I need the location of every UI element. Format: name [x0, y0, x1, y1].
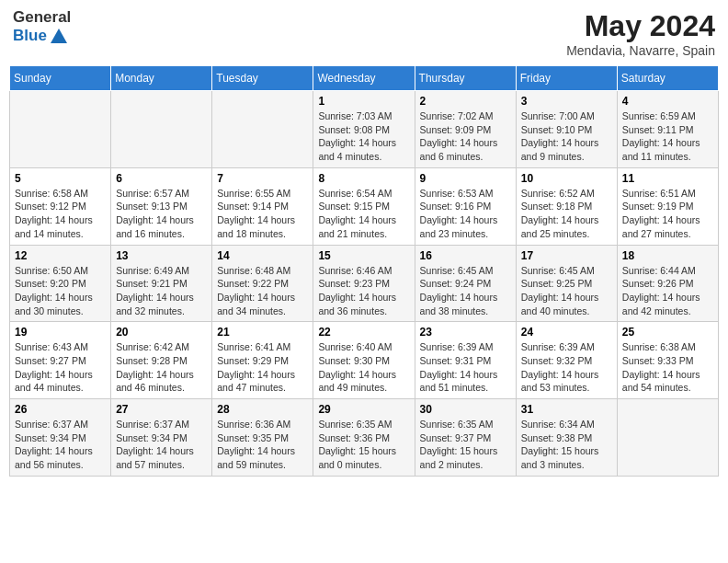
- cell-info: Sunrise: 7:02 AM Sunset: 9:09 PM Dayligh…: [420, 109, 511, 164]
- day-number: 16: [420, 249, 511, 262]
- cell-info: Sunrise: 6:54 AM Sunset: 9:15 PM Dayligh…: [318, 187, 409, 241]
- day-cell-27: 27Sunrise: 6:37 AM Sunset: 9:34 PM Dayli…: [111, 399, 212, 477]
- day-cell-31: 31Sunrise: 6:34 AM Sunset: 9:38 PM Dayli…: [516, 399, 617, 477]
- day-cell-8: 8Sunrise: 6:54 AM Sunset: 9:15 PM Daylig…: [313, 167, 415, 245]
- cell-info: Sunrise: 6:55 AM Sunset: 9:14 PM Dayligh…: [217, 187, 308, 241]
- cell-info: Sunrise: 6:53 AM Sunset: 9:16 PM Dayligh…: [420, 187, 511, 241]
- cell-info: Sunrise: 6:45 AM Sunset: 9:25 PM Dayligh…: [521, 264, 612, 318]
- cell-info: Sunrise: 6:37 AM Sunset: 9:34 PM Dayligh…: [15, 418, 106, 472]
- logo: General Blue: [13, 9, 71, 47]
- day-number: 26: [15, 403, 106, 416]
- logo-icon: [49, 27, 69, 47]
- empty-cell: [617, 399, 718, 477]
- weekday-header-friday: Friday: [516, 66, 617, 91]
- cell-info: Sunrise: 6:39 AM Sunset: 9:32 PM Dayligh…: [521, 340, 612, 395]
- day-cell-22: 22Sunrise: 6:40 AM Sunset: 9:30 PM Dayli…: [313, 322, 415, 399]
- empty-cell: [212, 91, 313, 168]
- cell-info: Sunrise: 6:36 AM Sunset: 9:35 PM Dayligh…: [217, 418, 308, 472]
- week-row-4: 19Sunrise: 6:43 AM Sunset: 9:27 PM Dayli…: [10, 322, 719, 399]
- day-number: 1: [318, 95, 409, 108]
- day-cell-11: 11Sunrise: 6:51 AM Sunset: 9:19 PM Dayli…: [617, 167, 718, 245]
- weekday-header-monday: Monday: [111, 66, 212, 91]
- day-cell-28: 28Sunrise: 6:36 AM Sunset: 9:35 PM Dayli…: [212, 399, 313, 477]
- cell-info: Sunrise: 6:39 AM Sunset: 9:31 PM Dayligh…: [420, 340, 511, 395]
- day-number: 21: [217, 326, 308, 339]
- cell-info: Sunrise: 6:34 AM Sunset: 9:38 PM Dayligh…: [521, 418, 612, 472]
- cell-info: Sunrise: 6:57 AM Sunset: 9:13 PM Dayligh…: [116, 187, 207, 241]
- day-cell-1: 1Sunrise: 7:03 AM Sunset: 9:08 PM Daylig…: [313, 91, 415, 168]
- day-number: 15: [318, 249, 409, 262]
- day-number: 4: [622, 95, 713, 108]
- cell-info: Sunrise: 6:44 AM Sunset: 9:26 PM Dayligh…: [622, 264, 713, 318]
- day-number: 31: [521, 403, 612, 416]
- cell-info: Sunrise: 6:48 AM Sunset: 9:22 PM Dayligh…: [217, 264, 308, 318]
- day-number: 27: [116, 403, 207, 416]
- day-number: 17: [521, 249, 612, 262]
- cell-info: Sunrise: 6:37 AM Sunset: 9:34 PM Dayligh…: [116, 418, 207, 472]
- title-area: May 2024 Mendavia, Navarre, Spain: [566, 9, 715, 58]
- day-cell-23: 23Sunrise: 6:39 AM Sunset: 9:31 PM Dayli…: [415, 322, 516, 399]
- day-number: 7: [217, 172, 308, 185]
- week-row-1: 1Sunrise: 7:03 AM Sunset: 9:08 PM Daylig…: [10, 91, 719, 168]
- main-title: May 2024: [566, 9, 715, 43]
- day-number: 2: [420, 95, 511, 108]
- day-cell-14: 14Sunrise: 6:48 AM Sunset: 9:22 PM Dayli…: [212, 245, 313, 322]
- day-number: 14: [217, 249, 308, 262]
- cell-info: Sunrise: 6:35 AM Sunset: 9:37 PM Dayligh…: [420, 418, 511, 472]
- svg-marker-0: [51, 29, 67, 43]
- day-number: 18: [622, 249, 713, 262]
- day-number: 19: [15, 326, 106, 339]
- day-cell-18: 18Sunrise: 6:44 AM Sunset: 9:26 PM Dayli…: [617, 245, 718, 322]
- weekday-header-wednesday: Wednesday: [313, 66, 415, 91]
- day-cell-29: 29Sunrise: 6:35 AM Sunset: 9:36 PM Dayli…: [313, 399, 415, 477]
- day-number: 6: [116, 172, 207, 185]
- day-cell-13: 13Sunrise: 6:49 AM Sunset: 9:21 PM Dayli…: [111, 245, 212, 322]
- day-number: 24: [521, 326, 612, 339]
- cell-info: Sunrise: 6:40 AM Sunset: 9:30 PM Dayligh…: [318, 340, 409, 395]
- cell-info: Sunrise: 6:59 AM Sunset: 9:11 PM Dayligh…: [622, 109, 713, 164]
- day-cell-9: 9Sunrise: 6:53 AM Sunset: 9:16 PM Daylig…: [415, 167, 516, 245]
- day-cell-7: 7Sunrise: 6:55 AM Sunset: 9:14 PM Daylig…: [212, 167, 313, 245]
- day-number: 5: [15, 172, 106, 185]
- day-cell-16: 16Sunrise: 6:45 AM Sunset: 9:24 PM Dayli…: [415, 245, 516, 322]
- weekday-header-sunday: Sunday: [10, 66, 111, 91]
- day-number: 13: [116, 249, 207, 262]
- cell-info: Sunrise: 6:38 AM Sunset: 9:33 PM Dayligh…: [622, 340, 713, 395]
- day-cell-3: 3Sunrise: 7:00 AM Sunset: 9:10 PM Daylig…: [516, 91, 617, 168]
- day-number: 30: [420, 403, 511, 416]
- calendar-table: SundayMondayTuesdayWednesdayThursdayFrid…: [9, 65, 719, 477]
- day-cell-19: 19Sunrise: 6:43 AM Sunset: 9:27 PM Dayli…: [10, 322, 111, 399]
- day-cell-25: 25Sunrise: 6:38 AM Sunset: 9:33 PM Dayli…: [617, 322, 718, 399]
- day-number: 8: [318, 172, 409, 185]
- day-cell-26: 26Sunrise: 6:37 AM Sunset: 9:34 PM Dayli…: [10, 399, 111, 477]
- day-cell-4: 4Sunrise: 6:59 AM Sunset: 9:11 PM Daylig…: [617, 91, 718, 168]
- cell-info: Sunrise: 6:46 AM Sunset: 9:23 PM Dayligh…: [318, 264, 409, 318]
- day-cell-30: 30Sunrise: 6:35 AM Sunset: 9:37 PM Dayli…: [415, 399, 516, 477]
- day-number: 11: [622, 172, 713, 185]
- weekday-header-tuesday: Tuesday: [212, 66, 313, 91]
- cell-info: Sunrise: 6:42 AM Sunset: 9:28 PM Dayligh…: [116, 340, 207, 395]
- day-number: 29: [318, 403, 409, 416]
- cell-info: Sunrise: 6:35 AM Sunset: 9:36 PM Dayligh…: [318, 418, 409, 472]
- subtitle: Mendavia, Navarre, Spain: [566, 43, 715, 58]
- cell-info: Sunrise: 6:49 AM Sunset: 9:21 PM Dayligh…: [116, 264, 207, 318]
- week-row-3: 12Sunrise: 6:50 AM Sunset: 9:20 PM Dayli…: [10, 245, 719, 322]
- week-row-2: 5Sunrise: 6:58 AM Sunset: 9:12 PM Daylig…: [10, 167, 719, 245]
- day-number: 3: [521, 95, 612, 108]
- day-number: 22: [318, 326, 409, 339]
- day-cell-15: 15Sunrise: 6:46 AM Sunset: 9:23 PM Dayli…: [313, 245, 415, 322]
- cell-info: Sunrise: 6:50 AM Sunset: 9:20 PM Dayligh…: [15, 264, 106, 318]
- day-number: 12: [15, 249, 106, 262]
- day-cell-17: 17Sunrise: 6:45 AM Sunset: 9:25 PM Dayli…: [516, 245, 617, 322]
- logo-general: General: [13, 9, 71, 27]
- day-cell-6: 6Sunrise: 6:57 AM Sunset: 9:13 PM Daylig…: [111, 167, 212, 245]
- day-number: 25: [622, 326, 713, 339]
- empty-cell: [111, 91, 212, 168]
- cell-info: Sunrise: 6:41 AM Sunset: 9:29 PM Dayligh…: [217, 340, 308, 395]
- day-cell-24: 24Sunrise: 6:39 AM Sunset: 9:32 PM Dayli…: [516, 322, 617, 399]
- day-cell-2: 2Sunrise: 7:02 AM Sunset: 9:09 PM Daylig…: [415, 91, 516, 168]
- weekday-header-thursday: Thursday: [415, 66, 516, 91]
- logo-blue: Blue: [13, 28, 47, 45]
- weekday-header-saturday: Saturday: [617, 66, 718, 91]
- cell-info: Sunrise: 6:52 AM Sunset: 9:18 PM Dayligh…: [521, 187, 612, 241]
